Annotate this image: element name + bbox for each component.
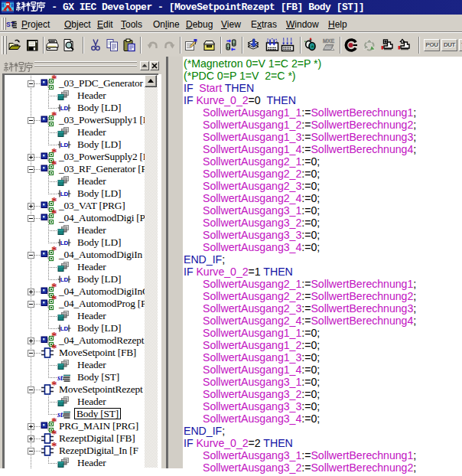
svg-text:st: st	[57, 410, 63, 419]
svg-text:LD: LD	[60, 325, 69, 332]
svg-text:st: st	[57, 373, 63, 382]
svg-text:LD: LD	[60, 142, 69, 148]
svg-text:LD: LD	[60, 105, 69, 112]
svg-text:LD: LD	[60, 191, 69, 197]
svg-text:LD: LD	[60, 276, 69, 283]
svg-text:MXE: MXE	[323, 38, 335, 44]
svg-text:LD: LD	[60, 240, 69, 246]
